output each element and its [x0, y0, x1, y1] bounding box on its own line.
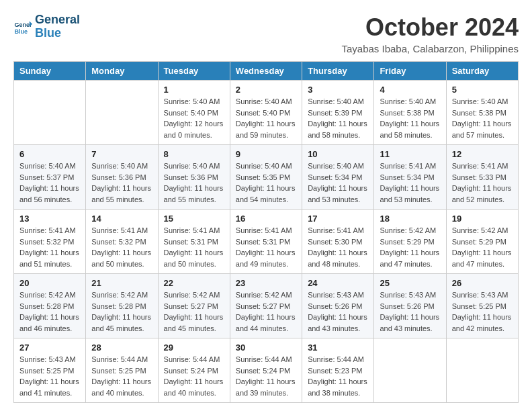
day-number: 29 [164, 342, 224, 353]
day-number: 2 [236, 85, 296, 95]
day-number: 9 [236, 149, 296, 159]
day-info: Sunrise: 5:40 AM Sunset: 5:35 PM Dayligh… [236, 161, 296, 205]
day-number: 1 [164, 85, 224, 95]
day-cell: 16Sunrise: 5:41 AM Sunset: 5:31 PM Dayli… [230, 210, 302, 274]
day-info: Sunrise: 5:44 AM Sunset: 5:24 PM Dayligh… [164, 354, 224, 398]
day-cell: 29Sunrise: 5:44 AM Sunset: 5:24 PM Dayli… [158, 338, 230, 403]
day-info: Sunrise: 5:43 AM Sunset: 5:26 PM Dayligh… [380, 289, 440, 334]
day-cell [86, 81, 158, 145]
day-info: Sunrise: 5:42 AM Sunset: 5:27 PM Dayligh… [164, 289, 224, 334]
day-info: Sunrise: 5:40 AM Sunset: 5:36 PM Dayligh… [164, 161, 224, 205]
day-number: 30 [236, 342, 296, 353]
day-info: Sunrise: 5:40 AM Sunset: 5:38 PM Dayligh… [452, 96, 513, 140]
day-cell: 15Sunrise: 5:41 AM Sunset: 5:31 PM Dayli… [158, 210, 230, 274]
day-info: Sunrise: 5:43 AM Sunset: 5:26 PM Dayligh… [308, 289, 368, 334]
title-block: October 2024 Tayabas Ibaba, Calabarzon, … [341, 13, 519, 54]
day-cell [14, 81, 86, 145]
day-info: Sunrise: 5:40 AM Sunset: 5:39 PM Dayligh… [308, 96, 368, 140]
calendar-header: SundayMondayTuesdayWednesdayThursdayFrid… [14, 62, 519, 81]
week-row-5: 27Sunrise: 5:43 AM Sunset: 5:25 PM Dayli… [14, 338, 519, 403]
week-row-3: 13Sunrise: 5:41 AM Sunset: 5:32 PM Dayli… [14, 210, 519, 274]
day-number: 27 [19, 342, 80, 353]
day-number: 18 [380, 214, 440, 224]
day-info: Sunrise: 5:41 AM Sunset: 5:31 PM Dayligh… [164, 225, 224, 269]
day-cell: 28Sunrise: 5:44 AM Sunset: 5:25 PM Dayli… [86, 338, 158, 403]
week-row-4: 20Sunrise: 5:42 AM Sunset: 5:28 PM Dayli… [14, 274, 519, 338]
day-number: 14 [91, 214, 152, 224]
day-number: 5 [452, 85, 513, 95]
day-cell: 27Sunrise: 5:43 AM Sunset: 5:25 PM Dayli… [14, 338, 86, 403]
weekday-header-saturday: Saturday [446, 62, 518, 81]
day-info: Sunrise: 5:41 AM Sunset: 5:32 PM Dayligh… [91, 225, 152, 269]
day-info: Sunrise: 5:42 AM Sunset: 5:28 PM Dayligh… [91, 289, 152, 334]
day-number: 8 [164, 149, 224, 159]
day-number: 15 [164, 214, 224, 224]
day-cell: 20Sunrise: 5:42 AM Sunset: 5:28 PM Dayli… [14, 274, 86, 338]
day-cell: 14Sunrise: 5:41 AM Sunset: 5:32 PM Dayli… [86, 210, 158, 274]
day-cell: 26Sunrise: 5:43 AM Sunset: 5:25 PM Dayli… [446, 274, 518, 338]
month-title: October 2024 [341, 13, 519, 42]
day-number: 22 [164, 278, 224, 288]
day-cell [374, 338, 446, 403]
day-cell: 9Sunrise: 5:40 AM Sunset: 5:35 PM Daylig… [230, 145, 302, 210]
day-cell: 31Sunrise: 5:44 AM Sunset: 5:23 PM Dayli… [302, 338, 374, 403]
day-cell: 23Sunrise: 5:42 AM Sunset: 5:27 PM Dayli… [230, 274, 302, 338]
day-number: 4 [380, 85, 440, 95]
day-cell: 5Sunrise: 5:40 AM Sunset: 5:38 PM Daylig… [446, 81, 518, 145]
day-number: 25 [380, 278, 440, 288]
day-info: Sunrise: 5:40 AM Sunset: 5:38 PM Dayligh… [380, 96, 440, 140]
logo-icon: General Blue [13, 17, 32, 36]
location: Tayabas Ibaba, Calabarzon, Philippines [341, 43, 519, 54]
day-number: 11 [380, 149, 440, 159]
day-info: Sunrise: 5:41 AM Sunset: 5:34 PM Dayligh… [380, 161, 440, 205]
day-cell: 22Sunrise: 5:42 AM Sunset: 5:27 PM Dayli… [158, 274, 230, 338]
day-number: 12 [452, 149, 513, 159]
weekday-header-sunday: Sunday [14, 62, 86, 81]
week-row-1: 1Sunrise: 5:40 AM Sunset: 5:40 PM Daylig… [14, 81, 519, 145]
day-cell: 7Sunrise: 5:40 AM Sunset: 5:36 PM Daylig… [86, 145, 158, 210]
day-number: 17 [308, 214, 368, 224]
day-cell: 4Sunrise: 5:40 AM Sunset: 5:38 PM Daylig… [374, 81, 446, 145]
day-info: Sunrise: 5:40 AM Sunset: 5:37 PM Dayligh… [19, 161, 80, 205]
day-cell: 10Sunrise: 5:40 AM Sunset: 5:34 PM Dayli… [302, 145, 374, 210]
day-cell: 30Sunrise: 5:44 AM Sunset: 5:24 PM Dayli… [230, 338, 302, 403]
day-number: 21 [91, 278, 152, 288]
day-cell: 6Sunrise: 5:40 AM Sunset: 5:37 PM Daylig… [14, 145, 86, 210]
svg-text:Blue: Blue [14, 28, 28, 35]
weekday-header-monday: Monday [86, 62, 158, 81]
day-cell: 11Sunrise: 5:41 AM Sunset: 5:34 PM Dayli… [374, 145, 446, 210]
day-cell: 17Sunrise: 5:41 AM Sunset: 5:30 PM Dayli… [302, 210, 374, 274]
day-number: 23 [236, 278, 296, 288]
day-number: 26 [452, 278, 513, 288]
page-header: General Blue General Blue October 2024 T… [13, 13, 519, 54]
week-row-2: 6Sunrise: 5:40 AM Sunset: 5:37 PM Daylig… [14, 145, 519, 210]
day-info: Sunrise: 5:42 AM Sunset: 5:29 PM Dayligh… [452, 225, 513, 269]
day-cell: 8Sunrise: 5:40 AM Sunset: 5:36 PM Daylig… [158, 145, 230, 210]
day-cell [446, 338, 518, 403]
day-info: Sunrise: 5:43 AM Sunset: 5:25 PM Dayligh… [19, 354, 80, 398]
day-info: Sunrise: 5:43 AM Sunset: 5:25 PM Dayligh… [452, 289, 513, 334]
day-number: 7 [91, 149, 152, 159]
day-cell: 18Sunrise: 5:42 AM Sunset: 5:29 PM Dayli… [374, 210, 446, 274]
day-info: Sunrise: 5:41 AM Sunset: 5:30 PM Dayligh… [308, 225, 368, 269]
calendar-table: SundayMondayTuesdayWednesdayThursdayFrid… [13, 61, 519, 403]
day-number: 6 [19, 149, 80, 159]
day-cell: 13Sunrise: 5:41 AM Sunset: 5:32 PM Dayli… [14, 210, 86, 274]
day-info: Sunrise: 5:40 AM Sunset: 5:34 PM Dayligh… [308, 161, 368, 205]
weekday-header-wednesday: Wednesday [230, 62, 302, 81]
day-number: 10 [308, 149, 368, 159]
weekday-header-friday: Friday [374, 62, 446, 81]
day-cell: 24Sunrise: 5:43 AM Sunset: 5:26 PM Dayli… [302, 274, 374, 338]
logo-text: General Blue [35, 13, 80, 40]
day-number: 24 [308, 278, 368, 288]
day-info: Sunrise: 5:41 AM Sunset: 5:31 PM Dayligh… [236, 225, 296, 269]
day-info: Sunrise: 5:42 AM Sunset: 5:29 PM Dayligh… [380, 225, 440, 269]
day-info: Sunrise: 5:42 AM Sunset: 5:27 PM Dayligh… [236, 289, 296, 334]
logo-line2: Blue [35, 26, 61, 40]
weekday-header-tuesday: Tuesday [158, 62, 230, 81]
day-info: Sunrise: 5:40 AM Sunset: 5:36 PM Dayligh… [91, 161, 152, 205]
day-number: 16 [236, 214, 296, 224]
day-cell: 2Sunrise: 5:40 AM Sunset: 5:40 PM Daylig… [230, 81, 302, 145]
header-row: SundayMondayTuesdayWednesdayThursdayFrid… [14, 62, 519, 81]
day-info: Sunrise: 5:40 AM Sunset: 5:40 PM Dayligh… [236, 96, 296, 140]
